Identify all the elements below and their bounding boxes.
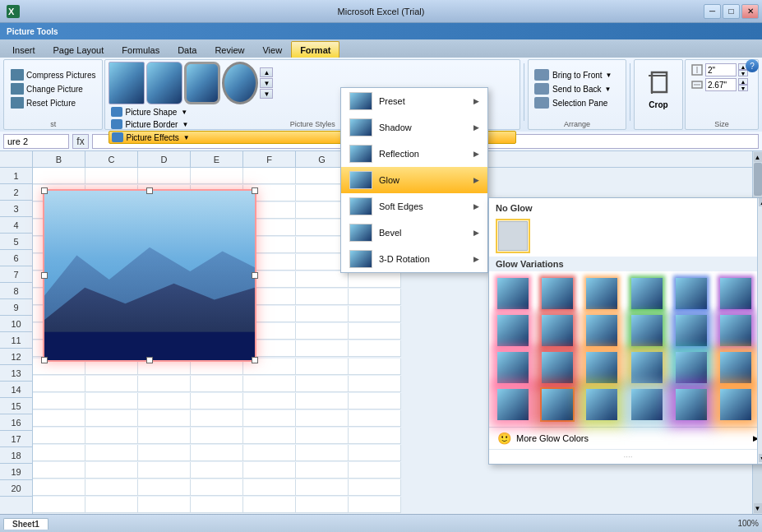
cell-16-5[interactable]: [296, 445, 349, 461]
crop-button[interactable]: Crop: [642, 66, 675, 113]
cell-0-1[interactable]: [85, 168, 138, 184]
cell-14-1[interactable]: [85, 410, 138, 427]
tab-review[interactable]: Review: [206, 41, 253, 58]
glow-var-22[interactable]: [630, 387, 664, 422]
glow-item[interactable]: Glow ▶: [341, 167, 487, 193]
minimize-button[interactable]: ─: [704, 4, 721, 19]
cell-16-6[interactable]: [349, 445, 401, 461]
cell-17-3[interactable]: [191, 462, 243, 479]
row-17[interactable]: 17: [0, 431, 32, 447]
cell-15-0[interactable]: [33, 428, 85, 444]
close-button[interactable]: ✕: [741, 4, 759, 19]
glow-var-7[interactable]: [496, 313, 530, 348]
glow-var-20-selected[interactable]: [540, 387, 575, 422]
bevel-item[interactable]: Bevel ▶: [341, 220, 487, 246]
height-down-button[interactable]: ▼: [738, 70, 748, 76]
tab-insert[interactable]: Insert: [3, 41, 44, 58]
tab-view[interactable]: View: [253, 41, 291, 58]
glow-var-12[interactable]: [718, 313, 753, 348]
cell-7-6[interactable]: [349, 289, 401, 305]
cell-16-2[interactable]: [138, 445, 191, 461]
maximize-button[interactable]: □: [723, 4, 740, 19]
cell-13-1[interactable]: [85, 393, 138, 409]
width-up-button[interactable]: ▲: [738, 78, 748, 85]
sheet-tab-1[interactable]: Sheet1: [3, 518, 48, 530]
name-box[interactable]: [3, 134, 69, 149]
cell-8-5[interactable]: [296, 306, 349, 322]
glow-var-16[interactable]: [630, 350, 664, 385]
style-thumb-3[interactable]: [184, 62, 220, 104]
cell-7-5[interactable]: [296, 289, 349, 305]
width-input[interactable]: [705, 78, 737, 91]
glow-var-19[interactable]: [496, 387, 530, 422]
cell-18-4[interactable]: [243, 479, 296, 496]
cell-11-5[interactable]: [296, 359, 349, 375]
reflection-item[interactable]: Reflection ▶: [341, 141, 487, 167]
cell-6-5[interactable]: [296, 271, 349, 288]
cell-15-5[interactable]: [296, 428, 349, 444]
glow-var-10[interactable]: [630, 313, 664, 348]
cell-14-5[interactable]: [296, 410, 349, 427]
handle-tl[interactable]: [41, 187, 48, 194]
cell-12-0[interactable]: [33, 376, 85, 392]
send-to-back-button[interactable]: Send to Back ▼: [532, 82, 615, 95]
soft-edges-item[interactable]: Soft Edges ▶: [341, 193, 487, 220]
glow-var-6[interactable]: [718, 276, 753, 311]
glow-var-5[interactable]: [674, 276, 709, 311]
tab-page-layout[interactable]: Page Layout: [44, 41, 113, 58]
cell-17-4[interactable]: [243, 462, 296, 479]
glow-var-8[interactable]: [540, 313, 575, 348]
cell-18-0[interactable]: [33, 479, 85, 496]
style-thumb-4[interactable]: [222, 62, 258, 104]
glow-scrollbar[interactable]: ▲ ▼: [757, 198, 762, 464]
row-6[interactable]: 6: [0, 250, 32, 266]
shadow-item[interactable]: Shadow ▶: [341, 114, 487, 141]
cell-15-2[interactable]: [138, 428, 191, 444]
cell-13-6[interactable]: [349, 393, 401, 409]
change-picture-button[interactable]: Change Picture: [7, 82, 99, 95]
cell-12-5[interactable]: [296, 376, 349, 392]
cell-15-3[interactable]: [191, 428, 243, 444]
handle-bc[interactable]: [146, 357, 153, 363]
row-11[interactable]: 11: [0, 332, 32, 349]
handle-tc[interactable]: [146, 187, 153, 194]
row-19[interactable]: 19: [0, 464, 32, 480]
row-2[interactable]: 2: [0, 184, 32, 201]
cell-16-1[interactable]: [85, 445, 138, 461]
scroll-thumb[interactable]: [754, 163, 762, 196]
cell-19-1[interactable]: [85, 497, 138, 513]
cell-17-2[interactable]: [138, 462, 191, 479]
cell-14-0[interactable]: [33, 410, 85, 427]
style-thumb-2[interactable]: [146, 62, 182, 104]
cell-18-3[interactable]: [191, 479, 243, 496]
cell-9-6[interactable]: [349, 323, 401, 340]
row-9[interactable]: 9: [0, 299, 32, 316]
glow-var-13[interactable]: [496, 350, 530, 385]
tab-data[interactable]: Data: [169, 41, 206, 58]
col-header-c[interactable]: C: [85, 151, 138, 168]
height-input[interactable]: [705, 63, 737, 76]
col-header-b[interactable]: B: [33, 151, 85, 168]
reset-picture-button[interactable]: Reset Picture: [7, 96, 99, 109]
scroll-down-arrow[interactable]: ▼: [754, 503, 762, 513]
tab-format[interactable]: Format: [291, 41, 339, 58]
compress-pictures-button[interactable]: Compress Pictures: [7, 68, 99, 81]
scroll-up-button[interactable]: ▲: [260, 67, 273, 77]
row-13[interactable]: 13: [0, 365, 32, 382]
row-12[interactable]: 12: [0, 349, 32, 365]
cell-14-4[interactable]: [243, 410, 296, 427]
row-14[interactable]: 14: [0, 382, 32, 398]
cell-19-2[interactable]: [138, 497, 191, 513]
cell-15-6[interactable]: [349, 428, 401, 444]
glow-var-4[interactable]: [630, 276, 664, 311]
cell-12-4[interactable]: [243, 376, 296, 392]
col-header-e[interactable]: E: [191, 151, 243, 168]
cell-19-3[interactable]: [191, 497, 243, 513]
col-header-f[interactable]: F: [243, 151, 296, 168]
row-8[interactable]: 8: [0, 283, 32, 299]
col-header-d[interactable]: D: [138, 151, 191, 168]
bring-to-front-button[interactable]: Bring to Front ▼: [532, 68, 615, 81]
embedded-image[interactable]: [43, 189, 256, 362]
tab-formulas[interactable]: Formulas: [113, 41, 169, 58]
cell-17-5[interactable]: [296, 462, 349, 479]
